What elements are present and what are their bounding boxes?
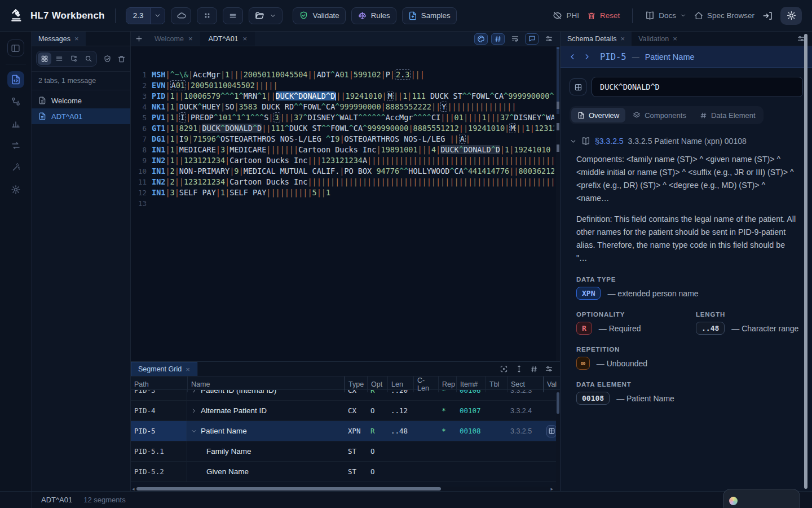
rail-item-workflow[interactable] <box>7 93 24 110</box>
rail-item-messages[interactable] <box>7 71 24 88</box>
editor-line[interactable]: 10IN1|2|NON-PRIMARY|9|MEDICAL MUTUAL CAL… <box>134 166 554 177</box>
cell-name[interactable]: Alternate Patient ID <box>187 401 345 421</box>
cell-name[interactable]: Patient Name <box>187 421 345 441</box>
editor-tab-welcome[interactable]: Welcome × <box>147 32 200 46</box>
hl7-version-select[interactable]: 2.3 <box>126 7 166 24</box>
chevron-down-icon[interactable] <box>150 8 165 24</box>
line-content[interactable]: DG1|1|I9|71596^OSTEOARTHROS NOS-L/LEG ^I… <box>152 134 554 144</box>
rail-item-tools[interactable] <box>7 159 24 176</box>
close-icon[interactable]: × <box>188 34 193 43</box>
validate-button[interactable]: Validate <box>293 7 345 24</box>
editor-line[interactable]: 8IN1|1|MEDICARE|3|MEDICARE|||||||Cartoon… <box>134 144 554 155</box>
editor-line[interactable]: 11IN2|2||123121234|Cartoon Ducks Inc||||… <box>134 177 554 187</box>
editor-line[interactable]: 12IN1|3|SELF PAY|1|SELF PAY||||||||||5||… <box>134 187 554 198</box>
editor-overview-ruler[interactable] <box>556 46 560 361</box>
line-content[interactable]: IN2|1||123121234|Cartoon Ducks Inc|||123… <box>152 155 554 166</box>
rules-button[interactable]: Rules <box>351 7 396 24</box>
spec-section-header[interactable]: §3.3.2.5 3.3.2.5 Patient Name (xpn) 0010… <box>570 137 803 146</box>
grid-row-pid-3[interactable]: PID-3Patient ID (Internal ID)CXR..20*001… <box>131 390 560 401</box>
grid-settings-button[interactable] <box>545 365 553 373</box>
editor-tab-adt-a01[interactable]: ADT^A01 × <box>200 32 255 46</box>
word-wrap-toggle[interactable] <box>508 33 522 45</box>
syntax-highlight-toggle[interactable] <box>474 33 488 45</box>
line-content[interactable]: IN1|2|NON-PRIMARY|9|MEDICAL MUTUAL CALIF… <box>152 166 554 177</box>
docs-menu[interactable]: Docs <box>645 11 686 20</box>
tab-components[interactable]: Components <box>626 108 692 122</box>
rail-item-analytics[interactable] <box>7 115 24 132</box>
close-icon[interactable]: × <box>243 34 248 43</box>
grid-row-pid-5[interactable]: PID-5Patient NameXPNR..48*001083.3.2.5 <box>131 421 560 441</box>
tab-messages[interactable]: Messages × <box>32 32 86 46</box>
theme-toggle[interactable] <box>780 7 802 25</box>
tab-overview[interactable]: Overview <box>571 108 625 122</box>
editor-line[interactable]: 9IN2|1||123121234|Cartoon Ducks Inc|||12… <box>134 155 554 166</box>
hl7-message-editor[interactable]: 1MSH|^~\&|AccMgr|1|||20050110045504||ADT… <box>131 46 560 361</box>
samples-button[interactable]: Samples <box>402 7 457 24</box>
grid-row-pid-5.1[interactable]: PID-5.1Family NameSTO <box>131 441 560 462</box>
view-grid-button[interactable] <box>38 52 51 65</box>
search-button[interactable] <box>82 52 95 65</box>
line-content[interactable] <box>152 198 554 209</box>
cell-name[interactable]: Given Name <box>187 462 345 481</box>
open-field-grid-button[interactable] <box>546 425 557 437</box>
editor-line[interactable]: 3PID|1||10006579^^^1^MRN^1||DUCK^DONALD^… <box>134 91 554 102</box>
close-icon[interactable]: × <box>673 34 677 43</box>
list-view-button[interactable] <box>223 7 243 24</box>
grid-vertical-scrollbar[interactable] <box>556 390 560 487</box>
open-in-grid-button[interactable] <box>570 78 586 95</box>
line-content[interactable]: IN1|3|SELF PAY|1|SELF PAY||||||||||5||1 <box>152 187 554 198</box>
new-tab-button[interactable] <box>131 32 147 46</box>
line-content[interactable]: IN2|2||123121234|Cartoon Ducks Inc||||||… <box>152 177 554 187</box>
delete-message-button[interactable] <box>117 55 126 63</box>
rail-item-settings[interactable] <box>7 181 24 198</box>
annotations-toggle[interactable] <box>525 33 539 45</box>
sign-in-button[interactable] <box>762 11 773 21</box>
next-field-button[interactable] <box>582 52 591 61</box>
tab-schema-details[interactable]: Schema Details × <box>561 32 632 46</box>
row-chevron-icon[interactable] <box>191 428 197 435</box>
line-content[interactable]: PID|1||10006579^^^1^MRN^1||DUCK^DONALD^D… <box>152 91 554 102</box>
editor-line[interactable]: 2EVN|A01|20050110045502||||| <box>134 80 554 91</box>
editor-line[interactable]: 5PV1|1|I|PREOP^101^1^1^^^S|3|||37^DISNEY… <box>134 112 554 123</box>
line-numbers-toggle[interactable] <box>491 33 505 45</box>
grid-horizontal-scrollbar[interactable]: ◂ ▸ <box>131 487 560 491</box>
close-icon[interactable]: × <box>621 34 625 43</box>
line-content[interactable]: GT1|1|8291|DUCK^DONALD^D||111^DUCK ST^^F… <box>152 123 554 134</box>
editor-line[interactable]: 6GT1|1|8291|DUCK^DONALD^D||111^DUCK ST^^… <box>134 123 554 134</box>
row-chevron-icon[interactable] <box>191 390 197 394</box>
grid-numbers-toggle[interactable] <box>530 365 538 373</box>
editor-line[interactable]: 1MSH|^~\&|AccMgr|1|||20050110045504||ADT… <box>134 69 554 80</box>
list-item-welcome[interactable]: Welcome <box>32 93 130 108</box>
tab-data-element[interactable]: Data Element <box>694 108 762 122</box>
row-chevron-icon[interactable] <box>191 408 197 414</box>
close-icon[interactable]: × <box>186 365 190 374</box>
chevron-down-icon[interactable] <box>570 138 577 145</box>
schema-panel-scrollbar[interactable] <box>804 34 807 489</box>
rail-item-transform[interactable] <box>7 137 24 154</box>
expand-rows-button[interactable] <box>515 365 523 373</box>
view-tree-button[interactable] <box>67 52 81 65</box>
spec-browser-link[interactable]: Spec Browser <box>694 11 754 20</box>
grid-hscroll-thumb[interactable] <box>136 487 441 491</box>
view-list-button[interactable] <box>52 52 66 65</box>
reset-button[interactable]: Reset <box>587 11 620 20</box>
grid-row-pid-5.2[interactable]: PID-5.2Given NameSTO <box>131 462 560 482</box>
close-icon[interactable]: × <box>74 34 79 43</box>
cell-name[interactable]: Family Name <box>187 441 345 461</box>
phi-toggle[interactable]: PHI <box>553 11 579 20</box>
line-content[interactable]: IN1|1|MEDICARE|3|MEDICARE|||||||Cartoon … <box>152 144 554 155</box>
editor-line[interactable]: 7DG1|1|I9|71596^OSTEOARTHROS NOS-L/LEG ^… <box>134 134 554 144</box>
assistant-widget[interactable] <box>723 489 800 508</box>
tab-validation[interactable]: Validation × <box>632 32 684 46</box>
tab-segment-grid[interactable]: Segment Grid × <box>131 362 197 376</box>
line-content[interactable]: PV1|1|I|PREOP^101^1^1^^^S|3|||37^DISNEY^… <box>152 112 554 123</box>
field-value-input[interactable] <box>592 77 803 97</box>
grid-row-pid-4[interactable]: PID-4Alternate Patient IDCXO..12*001073.… <box>131 401 560 421</box>
editor-settings-button[interactable] <box>542 33 555 45</box>
previous-field-button[interactable] <box>568 52 577 61</box>
validate-all-button[interactable] <box>103 55 112 63</box>
list-item-adt-a01[interactable]: ADT^A01 <box>32 108 130 124</box>
spec-section-link[interactable]: §3.3.2.5 <box>595 137 624 146</box>
open-file-button[interactable] <box>249 7 283 24</box>
cloud-button[interactable] <box>171 7 191 24</box>
